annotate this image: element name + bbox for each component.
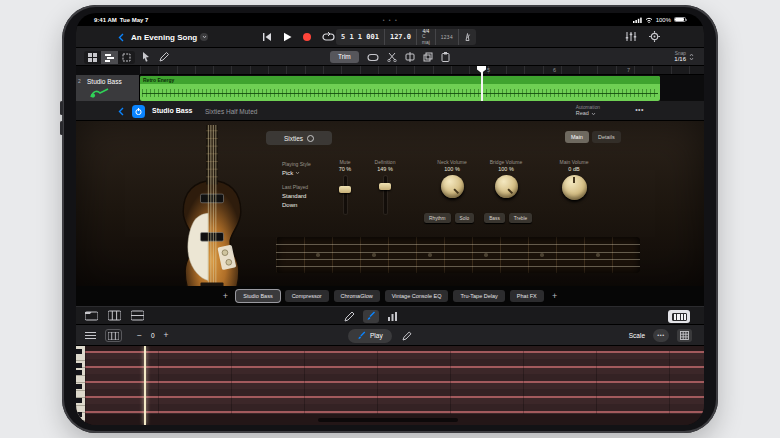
add-plugin-before-button[interactable]: + <box>219 290 231 302</box>
horizontal-scrollbar[interactable] <box>318 418 458 423</box>
join-tool-icon[interactable] <box>405 52 415 62</box>
pencil-edit-icon[interactable] <box>344 311 355 322</box>
editor-toolbar <box>76 306 704 325</box>
tab-main[interactable]: Main <box>565 131 589 143</box>
fretboard-display[interactable] <box>276 237 640 273</box>
string-lines[interactable] <box>85 351 704 414</box>
cellular-icon <box>633 17 642 23</box>
pencil-tool-icon[interactable] <box>159 52 169 62</box>
brush-tool-button[interactable] <box>363 310 379 323</box>
pianoroll-pencil-icon[interactable] <box>402 331 412 341</box>
mixer-icon[interactable] <box>625 31 637 42</box>
studio-bass-instrument-panel: Sixties Main Details Playing Style Pick … <box>76 121 704 286</box>
last-played-value-2: Down <box>282 201 311 210</box>
lcd-key-signature: 4/4 C maj <box>417 29 436 45</box>
keyboard-strip[interactable] <box>76 346 85 425</box>
definition-slider-track[interactable] <box>384 176 387 214</box>
multitask-dots-icon: • • • <box>383 17 399 23</box>
status-date: Tue May 7 <box>120 17 149 23</box>
track-header[interactable]: 2 Studio Bass <box>76 75 140 101</box>
toggle-bass[interactable]: Bass <box>484 213 505 223</box>
grid-view-button[interactable] <box>84 51 101 64</box>
preset-selector-button[interactable]: Sixties <box>266 131 332 145</box>
add-plugin-after-button[interactable]: + <box>549 290 561 302</box>
tab-details[interactable]: Details <box>592 131 621 143</box>
region-edit-tools: Trim <box>330 51 450 64</box>
chain-phat-fx[interactable]: Phat FX <box>510 290 544 302</box>
paste-tool-icon[interactable] <box>441 52 450 62</box>
grid-settings-button[interactable] <box>677 329 692 342</box>
toggle-treble[interactable]: Treble <box>509 213 532 223</box>
chain-chromaglow[interactable]: ChromaGlow <box>334 290 380 302</box>
snap-control[interactable]: Snap 1/16 <box>674 51 694 63</box>
scale-button[interactable]: Scale <box>629 332 645 339</box>
loop-tool-icon[interactable] <box>367 53 379 62</box>
onscreen-keyboard-toggle[interactable] <box>668 310 690 323</box>
velocity-bars-icon[interactable] <box>387 311 398 322</box>
stepper-value: 0 <box>151 332 155 339</box>
main-volume-knob[interactable] <box>562 175 587 200</box>
mute-slider[interactable]: Mute 70 % <box>328 159 362 214</box>
track-lane[interactable]: Retro Energy <box>140 75 704 101</box>
piano-keys-icon[interactable] <box>108 310 121 321</box>
pianoroll-toolbar: − 0 + Play Scale ••• <box>76 325 704 346</box>
play-surface-button[interactable]: Play <box>348 329 392 343</box>
record-button[interactable] <box>302 32 312 42</box>
mute-slider-handle[interactable] <box>339 186 351 193</box>
pointer-tool-icon[interactable] <box>142 52 150 62</box>
mute-slider-track[interactable] <box>344 176 347 214</box>
chain-studio-bass[interactable]: Studio Bass <box>236 290 279 302</box>
grid-icon <box>680 331 689 340</box>
snap-value: 1/16 <box>674 56 686 63</box>
lcd-display[interactable]: 5 1 1 001 127.0 4/4 C maj 1234 <box>336 29 476 45</box>
definition-slider[interactable]: Definition 149 % <box>368 159 402 214</box>
toggle-rhythm[interactable]: Rhythm <box>424 213 451 223</box>
pickup-toggles: Rhythm Solo Bass Treble <box>424 213 532 223</box>
editor-playhead[interactable] <box>144 346 146 425</box>
automation-control[interactable]: Automation Read <box>576 105 600 117</box>
region-name: Retro Energy <box>140 76 660 84</box>
back-chevron-icon[interactable] <box>118 33 124 42</box>
tab-editor-grid[interactable] <box>76 346 704 425</box>
marquee-view-button[interactable] <box>118 51 135 64</box>
song-menu-chevron-icon[interactable] <box>200 33 208 41</box>
split-scissors-icon[interactable] <box>387 52 397 62</box>
definition-slider-handle[interactable] <box>379 183 391 190</box>
time-ruler[interactable]: 5 6 7 <box>140 66 704 75</box>
settings-gear-icon[interactable] <box>649 31 660 42</box>
bridge-volume-knob[interactable] <box>495 175 518 198</box>
chain-tru-tape-delay[interactable]: Tru-Tape Delay <box>453 290 504 302</box>
plugin-power-button[interactable] <box>132 105 145 118</box>
screen: 9:41 AM Tue May 7 • • • 100% An Evening … <box>76 13 704 425</box>
plugin-back-chevron-icon[interactable] <box>118 107 124 116</box>
keyboard-view-button[interactable] <box>105 329 122 342</box>
editors-icon[interactable] <box>131 310 144 321</box>
neck-volume-knob[interactable] <box>441 175 464 198</box>
list-menu-icon[interactable] <box>85 331 96 340</box>
cycle-button[interactable] <box>322 32 335 42</box>
chain-compressor[interactable]: Compressor <box>285 290 329 302</box>
toggle-solo[interactable]: Solo <box>455 213 475 223</box>
copy-tool-icon[interactable] <box>423 52 433 62</box>
trim-button[interactable]: Trim <box>330 51 359 63</box>
edit-tools <box>142 51 169 64</box>
lcd-tempo: 127.0 <box>385 29 417 45</box>
stepper-minus-button[interactable]: − <box>137 331 142 340</box>
play-button[interactable] <box>282 32 292 42</box>
browser-icon[interactable] <box>85 310 98 321</box>
playing-style-selector[interactable]: Pick <box>282 169 311 178</box>
playing-style-label: Playing Style <box>282 161 311 169</box>
go-to-beginning-button[interactable] <box>262 32 272 42</box>
tracks-view-button[interactable] <box>101 51 118 64</box>
stepper-plus-button[interactable]: + <box>164 331 169 340</box>
transport-controls <box>262 31 335 43</box>
plugin-header: Studio Bass Sixties Half Muted Automatio… <box>76 101 704 121</box>
chain-vintage-console-eq[interactable]: Vintage Console EQ <box>385 290 449 302</box>
plugin-more-button[interactable]: ••• <box>635 106 644 113</box>
snap-chevrons-icon <box>689 53 694 61</box>
battery-icon <box>674 17 686 23</box>
pianoroll-more-button[interactable]: ••• <box>653 329 669 342</box>
song-title[interactable]: An Evening Song <box>131 33 208 42</box>
metronome-icon[interactable] <box>459 29 476 45</box>
midi-region[interactable]: Retro Energy <box>140 76 660 101</box>
